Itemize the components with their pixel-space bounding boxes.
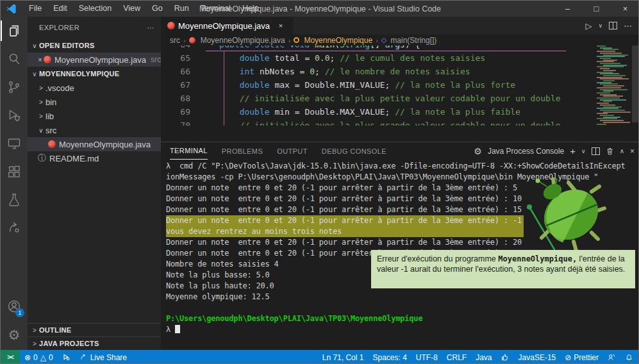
run-button[interactable]: ▷ [585,21,592,31]
maximize-panel-icon[interactable]: ∧ [620,147,624,154]
kill-terminal-icon[interactable] [606,147,614,156]
tree-item-mainfile[interactable]: MoyenneOlympique.java [28,137,161,151]
status-bar: >< ⊗ 0 △ 0 Live Share Ln 71, Col 1 Space… [1,350,639,364]
terminal-line: λ cmd /C "P:\DevTools\Java\jdk-15.0.1\bi… [166,161,639,172]
tree-item-vscode[interactable]: >.vscode [28,81,161,95]
run-and-debug-icon[interactable] [1,101,28,129]
terminal-cursor [175,325,180,333]
editor-more-actions-icon[interactable]: ⋯ [624,21,632,31]
tree-item-src[interactable]: ∨src [28,123,161,137]
tab-moyenneolympique[interactable]: MoyenneOlympique.java × [161,17,293,35]
callout-code: MoyenneOlympique, [498,254,577,263]
tab-close-icon[interactable]: × [275,22,286,29]
indentation[interactable]: Spaces: 4 [368,350,411,364]
info-icon: ⓘ [38,153,46,164]
cursor-position[interactable]: Ln 71, Col 1 [318,350,369,364]
editor-scrollbar[interactable] [631,46,639,126]
code-line: 66 int nbNotes = 0; // le nombre de note… [161,65,639,78]
tab-output[interactable]: OUTPUT [277,142,308,160]
prettier-status[interactable]: ⊘ Prettier [560,350,603,364]
menu-edit[interactable]: Edit [47,1,73,17]
breadcrumb-src[interactable]: src [170,36,180,45]
accounts-badge: 1 [15,308,24,317]
eol-sequence[interactable]: CRLF [442,350,471,364]
new-terminal-icon[interactable]: + [570,145,576,156]
menu-help[interactable]: Help [237,1,265,17]
code-line: 69 double min = Double.MAX_VALUE; // la … [161,105,639,119]
tab-terminal[interactable]: TERMINAL [170,142,208,160]
close-button[interactable]: × [611,1,639,17]
code-line: 67 double max = Double.MIN_VALUE; // la … [161,78,639,92]
settings-gear-icon[interactable]: ⚙ [1,320,28,349]
explorer-icon[interactable] [1,17,28,45]
live-share-status[interactable]: Live Share [75,350,131,364]
thumbs-up-icon[interactable] [497,350,514,364]
terminal-line: Donner un note entre 0 et 20 (-1 pour ar… [166,215,524,226]
java-file-icon [167,22,175,29]
tree-item-bin[interactable]: >bin [28,95,161,109]
project-header[interactable]: ∨MOYENNEOLYMPIQUE [28,67,161,81]
language-mode[interactable]: Java [471,350,496,364]
problems-status[interactable]: ⊗ 0 △ 0 [20,350,58,364]
maximize-button[interactable]: □ [582,1,611,17]
extensions-icon[interactable] [1,158,28,186]
menu-run[interactable]: Run [169,1,195,17]
search-icon[interactable] [1,45,28,73]
encoding[interactable]: UTF-8 [411,350,442,364]
accounts-icon[interactable]: 1 [1,292,28,320]
menu-selection[interactable]: Selection [73,1,117,17]
tab-debug-console[interactable]: DEBUG CONSOLE [322,142,386,160]
menu-terminal[interactable]: Terminal [195,1,237,17]
more-actions-icon[interactable]: ⋯ [147,24,154,32]
minimap[interactable] [595,46,631,126]
tab-problems[interactable]: PROBLEMS [222,142,263,160]
terminal-line [166,302,639,313]
run-dropdown-icon[interactable]: ∨ [598,22,602,29]
open-editor-item[interactable]: × MoyenneOlympique.java src [28,53,161,67]
remote-indicator[interactable]: >< [1,350,20,364]
breadcrumb-file[interactable]: MoyenneOlympique.java [201,36,285,45]
live-share-icon[interactable] [1,214,28,242]
tree-item-lib[interactable]: >lib [28,109,161,123]
breadcrumb-class[interactable]: MoyenneOlympique [304,36,372,45]
notifications-bell-icon[interactable] [620,350,639,364]
menu-file[interactable]: File [23,1,47,17]
split-terminal-icon[interactable] [592,147,600,155]
terminal-dropdown-icon[interactable]: ∨ [581,148,586,154]
menu-go[interactable]: Go [146,1,169,17]
open-editors-header[interactable]: ∨OPEN EDITORS [28,38,161,53]
method-icon: ◇ [381,36,386,44]
close-panel-icon[interactable]: × [630,147,635,156]
process-gear-icon: ⚙ [474,146,482,156]
minimize-button[interactable]: – [553,1,582,17]
menu-view[interactable]: View [117,1,146,17]
java-file-icon [44,56,51,63]
close-editor-icon[interactable]: × [37,56,44,63]
vscode-window: File Edit Selection View Go Run Terminal… [0,0,639,364]
jdk-status[interactable]: JavaSE-15 [514,350,561,364]
code-line: 65 double total = 0.0; // le cumul des n… [161,51,639,65]
outline-section[interactable]: >OUTLINE [28,323,161,336]
code-line: 70 // initialisée avec la plus grande va… [161,119,639,126]
open-editor-detail: src [151,55,161,64]
remote-explorer-icon[interactable] [1,129,28,158]
activity-bar: 1 ⚙ [1,17,28,350]
errors-icon: ⊗ [24,353,31,362]
title-bar: File Edit Selection View Go Run Terminal… [1,1,639,17]
terminal-selector[interactable]: Java Process Console [488,147,564,156]
panel-header: TERMINAL PROBLEMS OUTPUT DEBUG CONSOLE ⚙… [161,142,639,160]
split-editor-icon[interactable] [609,22,617,29]
explorer-sidebar: EXPLORER ⋯ ∨OPEN EDITORS × MoyenneOlympi… [28,17,161,350]
code-editor[interactable]: 64 public static void main(String[] args… [161,46,639,126]
indent-guide [224,51,224,126]
feedback-icon[interactable] [603,350,620,364]
source-control-icon[interactable] [1,73,28,101]
java-projects-section[interactable]: >JAVA PROJECTS [28,336,161,350]
terminal-line: Moyenne olympique: 12.5 [166,292,639,302]
debug-status-icon[interactable] [58,350,75,364]
code-line: 68 // initialisée avec la plus petite va… [161,92,639,105]
breadcrumb-method[interactable]: main(String[]) [390,36,436,45]
vscode-logo-icon [6,3,17,14]
testing-icon[interactable] [1,186,28,214]
tree-item-readme[interactable]: ⓘ README.md [28,151,161,165]
